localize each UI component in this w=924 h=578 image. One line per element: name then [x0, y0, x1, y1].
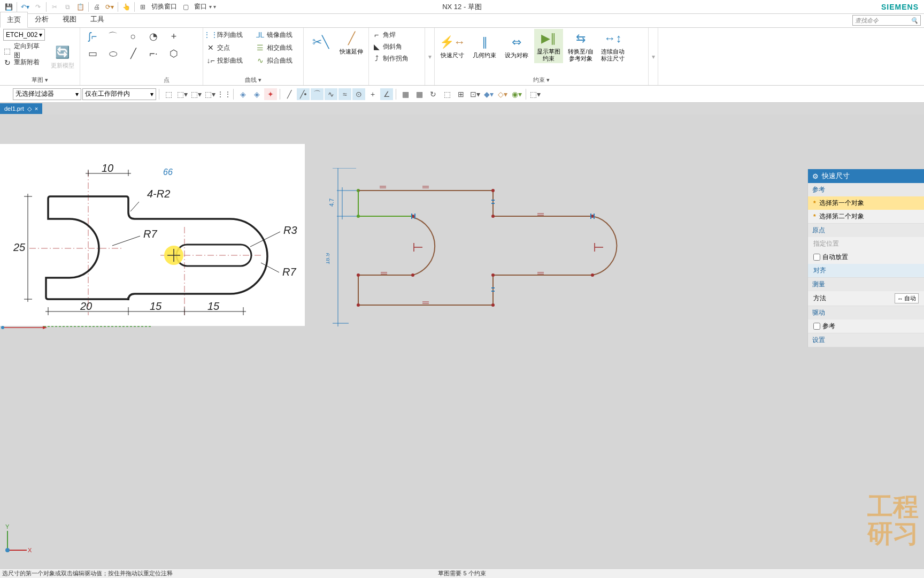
show-sketch-constraints-button[interactable]: ▶∥显示草图约束: [534, 29, 563, 63]
project-curve-button[interactable]: ↓⌐投影曲线: [206, 55, 251, 66]
quick-trim-button[interactable]: ✂╲: [307, 33, 335, 53]
command-search[interactable]: 查找命令 🔍: [852, 15, 921, 26]
view-btn-4[interactable]: ⬚: [441, 88, 453, 100]
active-sketch[interactable]: 4.7 18.9: [326, 168, 631, 345]
circle-icon[interactable]: ○: [124, 29, 142, 44]
section-measure[interactable]: 测量: [808, 278, 924, 291]
snap-circle-icon[interactable]: ⊙: [352, 88, 365, 100]
baseline-dashed: [44, 325, 151, 328]
section-references[interactable]: 参考: [808, 183, 924, 196]
display-btn-2[interactable]: ◈: [250, 88, 263, 100]
filter-btn-2[interactable]: ⬚▾: [176, 88, 189, 100]
snap-angle-icon[interactable]: ∠: [380, 88, 393, 100]
align-row[interactable]: 对齐: [808, 264, 924, 277]
switch-window-label[interactable]: 切换窗口: [149, 2, 179, 11]
group-sketch-label: 草图 ▾: [3, 75, 76, 84]
filter-btn-4[interactable]: ⬚▾: [204, 88, 217, 100]
dim-4-7[interactable]: 4.7: [328, 199, 335, 207]
view-btn-9[interactable]: ◉▾: [510, 88, 523, 100]
reference-row[interactable]: 参考: [808, 320, 924, 333]
tab-home[interactable]: 主页: [0, 12, 28, 28]
reattach-button[interactable]: ↻重新附着: [3, 57, 45, 69]
window-label[interactable]: 窗口: [192, 2, 209, 11]
pattern-curve-button[interactable]: ⋮⋮阵列曲线: [206, 29, 251, 41]
view-btn-2[interactable]: ▦: [413, 88, 426, 100]
slot-icon[interactable]: ⬭: [104, 46, 122, 61]
view-btn-8[interactable]: ◇▾: [496, 88, 509, 100]
tab-view[interactable]: 视图: [56, 11, 83, 27]
convert-to-ref-button[interactable]: ⇆转换至/自参考对象: [566, 29, 595, 63]
intersection-curve-button[interactable]: ☰相交曲线: [256, 42, 301, 54]
window-icon[interactable]: ▢: [180, 1, 191, 13]
orient-to-sketch-button[interactable]: ⬚定向到草图: [3, 45, 45, 57]
filter-btn-5[interactable]: ⋮⋮: [218, 88, 230, 100]
app-title: NX 12 - 草图: [442, 2, 482, 12]
continuous-auto-dim-button[interactable]: ↔↕连续自动标注尺寸: [598, 29, 627, 63]
svg-point-58: [591, 273, 594, 277]
select-first-object-row[interactable]: *选择第一个对象: [808, 196, 924, 210]
status-left: 选尺寸的第一个对象或双击编辑驱动值；按住并拖动以重定位注释: [2, 569, 173, 577]
polygon-icon[interactable]: ⬡: [165, 46, 183, 61]
profile-icon[interactable]: ʃ⌐: [83, 29, 102, 44]
view-btn-6[interactable]: ⊡▾: [468, 88, 481, 100]
graphics-canvas[interactable]: 10 66 4-R2 R7 R3 R7 25 20 15 15: [0, 115, 924, 568]
snap-arc-icon[interactable]: ⌒: [311, 88, 324, 100]
close-tab-icon[interactable]: ×: [35, 105, 38, 112]
snap-tangent-icon[interactable]: ╱•: [297, 88, 310, 100]
studio-spline-icon[interactable]: ◔: [144, 29, 163, 44]
quick-extend-button[interactable]: ╱快速延伸: [338, 29, 366, 56]
method-dropdown[interactable]: ↔ 自动: [895, 293, 919, 303]
view-btn-7[interactable]: ◆▾: [482, 88, 495, 100]
panel-title[interactable]: ⚙ 快速尺寸: [808, 169, 924, 183]
display-btn-3[interactable]: ✦: [264, 88, 277, 100]
section-settings[interactable]: 设置: [808, 333, 924, 347]
scope-filter-dropdown[interactable]: 仅在工作部件内▾: [82, 88, 156, 100]
line-icon[interactable]: ╱: [124, 46, 142, 61]
geo-constraint-button[interactable]: ∥几何约束: [470, 33, 499, 60]
view-btn-5[interactable]: ⊞: [455, 88, 467, 100]
svg-point-49: [491, 189, 495, 192]
sketch-name-dropdown[interactable]: ETCH_002▾: [3, 29, 45, 41]
rectangle-icon[interactable]: ▭: [83, 46, 102, 61]
tab-analyze[interactable]: 分析: [28, 11, 56, 27]
search-icon: 🔍: [911, 17, 918, 24]
corner-button[interactable]: ⌐角焊: [372, 29, 421, 41]
make-corner-button[interactable]: ⤴制作拐角: [372, 52, 421, 64]
reference-checkbox[interactable]: [813, 323, 820, 330]
dim-18-9[interactable]: 18.9: [326, 253, 330, 264]
tab-tools[interactable]: 工具: [83, 11, 111, 27]
snap-wave-icon[interactable]: ≈: [338, 88, 351, 100]
arc-icon[interactable]: ⌒: [104, 29, 122, 44]
mirror-curve-button[interactable]: ⅃L镜像曲线: [256, 29, 301, 41]
update-model-button[interactable]: 🔄更新模型: [48, 43, 76, 70]
switch-window-icon[interactable]: ⊞: [137, 1, 149, 13]
chamfer-button[interactable]: ◣倒斜角: [372, 41, 421, 52]
menu-tabs: 主页 分析 视图 工具 查找命令 🔍: [0, 14, 924, 28]
section-origin[interactable]: 原点: [808, 224, 924, 237]
rapid-dimension-button[interactable]: ⚡↔快速尺寸: [438, 33, 467, 60]
make-symmetric-button[interactable]: ⇔设为对称: [502, 33, 531, 60]
view-btn-10[interactable]: ⬚▾: [529, 88, 542, 100]
auto-place-checkbox[interactable]: [813, 254, 820, 261]
view-btn-3[interactable]: ↻: [427, 88, 440, 100]
fit-curve-button[interactable]: ∿拟合曲线: [256, 55, 301, 66]
section-drive[interactable]: 驱动: [808, 306, 924, 320]
display-btn-1[interactable]: ◈: [236, 88, 249, 100]
auto-place-row[interactable]: 自动放置: [808, 250, 924, 264]
group-curve-label: 曲线 ▾: [206, 75, 300, 84]
file-tab-active[interactable]: del1.prt◇×: [0, 103, 42, 114]
intersection-point-button[interactable]: ✕交点: [206, 42, 251, 54]
fillet-icon[interactable]: ⌐·: [144, 46, 163, 61]
snap-cross-icon[interactable]: +: [366, 88, 379, 100]
save-icon[interactable]: 💾: [3, 1, 14, 13]
touch-icon[interactable]: 👆: [120, 1, 132, 13]
point-cross-icon[interactable]: +: [165, 29, 183, 44]
snap-line-icon[interactable]: ╱: [283, 88, 296, 100]
snap-spline-icon[interactable]: ∿: [325, 88, 337, 100]
filter-btn-3[interactable]: ⬚▾: [190, 88, 203, 100]
wcs-triad[interactable]: Y X: [2, 523, 34, 556]
selection-filter-dropdown[interactable]: 无选择过滤器▾: [13, 88, 81, 100]
select-second-object-row[interactable]: *选择第二个对象: [808, 210, 924, 223]
filter-btn-1[interactable]: ⬚: [162, 88, 175, 100]
view-btn-1[interactable]: ▦: [399, 88, 412, 100]
